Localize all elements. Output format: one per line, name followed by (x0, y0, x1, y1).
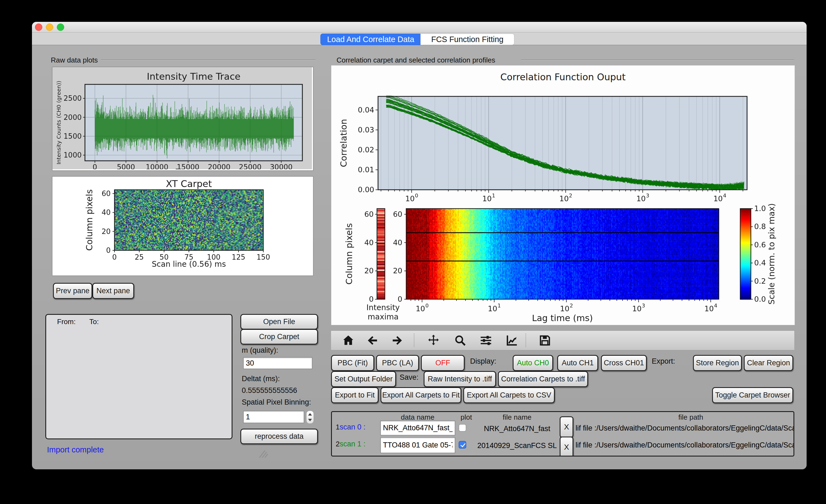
stepper-down-icon[interactable] (308, 419, 312, 421)
app-window: Load And Correlate Data FCS Function Fit… (32, 22, 807, 469)
header-file-path: file path (678, 413, 703, 422)
stepper-up-icon[interactable] (308, 413, 312, 416)
toggle-carpet-browser-button[interactable]: Toggle Carpet Browser (712, 387, 793, 403)
export-label: Export: (652, 357, 675, 366)
clear-region-button[interactable]: Clear Region (744, 355, 793, 371)
intensity-time-trace-canvas[interactable] (52, 67, 312, 169)
correlation-figure-title: Correlation Function Ouput (331, 71, 794, 82)
minimize-button[interactable] (46, 23, 53, 31)
tab-fcs-function-fitting[interactable]: FCS Function Fitting (420, 34, 514, 45)
file-name: 20140929_ScanFCS SL (477, 441, 557, 450)
configure-subplots-icon[interactable] (480, 334, 492, 347)
open-file-button[interactable]: Open File (240, 314, 318, 329)
edit-parameters-icon[interactable] (505, 334, 518, 347)
table-row-label: 1scan 0 : (336, 423, 365, 431)
title-bar[interactable] (32, 22, 807, 33)
xt-carpet-panel (52, 176, 313, 276)
file-path: lif file :/Users/dwaithe/Documents/colla… (576, 441, 794, 449)
tab-label: FCS Function Fitting (431, 35, 504, 44)
xt-carpet-canvas[interactable] (52, 177, 312, 274)
cross-ch01-button[interactable]: Cross CH01 (601, 355, 647, 371)
save-icon[interactable] (539, 334, 551, 347)
tab-load-and-correlate-data[interactable]: Load And Correlate Data (320, 34, 421, 45)
set-output-folder-button[interactable]: Set Output Folder (331, 371, 396, 387)
data-name-input[interactable] (380, 437, 455, 453)
to-label: To: (89, 318, 99, 326)
table-row-label: 2scan 1 : (336, 440, 365, 448)
resize-grip-icon[interactable] (257, 449, 269, 459)
back-icon[interactable] (366, 334, 378, 347)
m-quality-label: m (quality): (242, 346, 278, 355)
display-label: Display: (470, 357, 496, 366)
export-to-fit-button[interactable]: Export to Fit (331, 387, 378, 403)
crop-carpet-button[interactable]: Crop Carpet (240, 329, 318, 344)
correlation-group-label: Correlation carpet and selected correlat… (337, 56, 495, 64)
row-number: 1 (336, 423, 340, 431)
status-text: Import complete (47, 445, 104, 454)
m-quality-input[interactable] (243, 357, 312, 369)
pbc-fit-button[interactable]: PBC (Fit) (331, 355, 374, 371)
spatial-pixel-binning-input[interactable] (243, 411, 304, 423)
toolbar-separator (526, 333, 526, 347)
store-region-button[interactable]: Store Region (693, 355, 742, 371)
remove-file-button[interactable]: X (560, 437, 573, 456)
group-border-line (101, 60, 315, 60)
export-all-carpets-to-csv-button[interactable]: Export All Carpets to CSV (463, 387, 555, 403)
raw-intensity-tiff-button[interactable]: Raw Intensity to .tiff (424, 371, 496, 387)
row-number: 2 (336, 440, 340, 448)
reprocess-data-button[interactable]: reprocess data (240, 429, 318, 444)
from-label: From: (57, 318, 76, 326)
tab-strip: Load And Correlate Data FCS Function Fit… (32, 33, 807, 45)
spatial-pixel-binning-label: Spatial Pixel Binning: (242, 398, 311, 406)
file-table: data name plot file name file path 1scan… (331, 411, 794, 456)
header-file-name: file name (503, 413, 532, 422)
zoom-button[interactable] (57, 23, 64, 31)
scan-label: scan 0 : (340, 423, 365, 431)
correlation-profiles-canvas[interactable] (331, 87, 794, 202)
correlation-carpet-canvas[interactable] (331, 202, 794, 325)
plot-checkbox[interactable] (459, 441, 466, 449)
correlation-figure-panel: Correlation Function Ouput (331, 65, 795, 325)
crop-range-list[interactable]: From: To: (45, 314, 232, 439)
forward-icon[interactable] (391, 334, 404, 347)
home-icon[interactable] (342, 334, 355, 347)
raw-data-plots-group-label: Raw data plots (51, 56, 98, 64)
intensity-time-trace-panel (52, 67, 313, 171)
off-button[interactable]: OFF (421, 355, 465, 371)
correlation-carpets-tiff-button[interactable]: Correlation Carpets to .tiff (498, 371, 588, 387)
deltat-label: Deltat (ms): (242, 375, 280, 383)
auto-ch0-button[interactable]: Auto CH0 (513, 355, 553, 371)
tab-label: Load And Correlate Data (327, 35, 414, 44)
header-plot: plot (461, 413, 472, 422)
data-name-input[interactable] (380, 421, 455, 436)
file-path: lif file :/Users/dwaithe/Documents/colla… (576, 424, 794, 433)
prev-pane-button[interactable]: Prev pane (53, 283, 92, 299)
pbc-la-button[interactable]: PBC (LA) (376, 355, 419, 371)
group-border-line (521, 60, 794, 60)
pan-icon[interactable] (427, 334, 440, 347)
auto-ch1-button[interactable]: Auto CH1 (557, 355, 598, 371)
export-all-carpets-to-fit-button[interactable]: Export All Carpets to Fit (380, 387, 461, 403)
next-pane-button[interactable]: Next pane (92, 283, 134, 299)
toolbar-separator (414, 333, 414, 347)
plot-toolbar (331, 331, 794, 350)
save-label: Save: (400, 373, 418, 382)
deltat-value: 0.555555555556 (242, 386, 297, 395)
binning-stepper[interactable] (306, 411, 314, 424)
file-name: NRK_Atto647N_fast (484, 425, 550, 433)
scan-label: scan 1 : (340, 440, 365, 448)
zoom-icon[interactable] (454, 334, 467, 347)
remove-file-button[interactable]: X (560, 416, 573, 438)
plot-checkbox[interactable] (459, 424, 466, 432)
close-button[interactable] (35, 23, 42, 31)
